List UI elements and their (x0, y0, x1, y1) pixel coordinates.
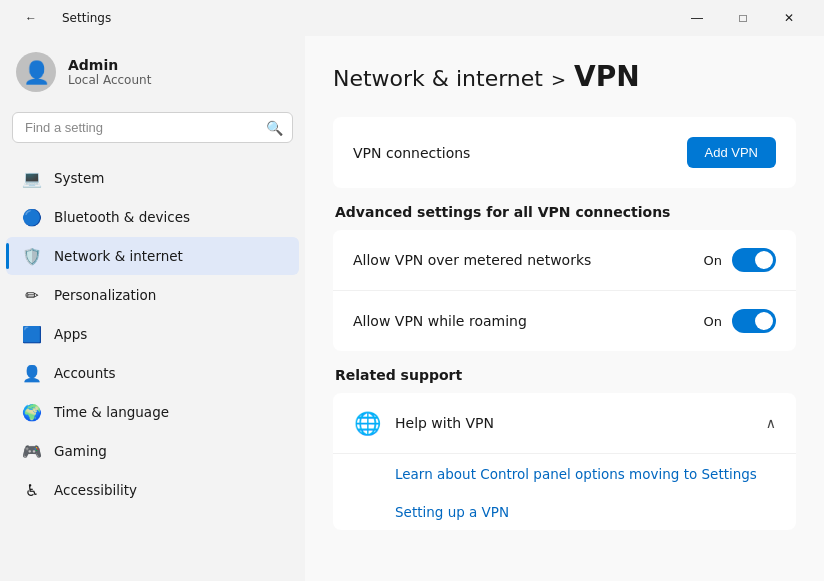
breadcrumb-chevron: > (551, 69, 566, 90)
breadcrumb-parent: Network & internet (333, 66, 543, 91)
help-row-left: 🌐 Help with VPN (353, 409, 494, 437)
vpn-connections-row: VPN connections Add VPN (333, 117, 796, 188)
sidebar-item-accessibility[interactable]: ♿ Accessibility (6, 471, 299, 509)
search-container: 🔍 (12, 112, 293, 143)
network-icon: 🛡️ (22, 246, 42, 266)
toggle-status-roaming: On (704, 314, 722, 329)
sidebar-item-accounts[interactable]: 👤 Accounts (6, 354, 299, 392)
sidebar-item-apps[interactable]: 🟦 Apps (6, 315, 299, 353)
vpn-connections-label: VPN connections (353, 145, 470, 161)
toggle-switch-roaming[interactable] (732, 309, 776, 333)
user-name: Admin (68, 57, 151, 73)
minimize-button[interactable]: — (674, 3, 720, 33)
related-support-card: 🌐 Help with VPN ∧ Learn about Control pa… (333, 393, 796, 530)
accounts-icon: 👤 (22, 363, 42, 383)
toggle-label-roaming: Allow VPN while roaming (353, 313, 527, 329)
search-input[interactable] (12, 112, 293, 143)
accessibility-icon: ♿ (22, 480, 42, 500)
sidebar-item-bluetooth[interactable]: 🔵 Bluetooth & devices (6, 198, 299, 236)
toggle-right-roaming: On (704, 309, 776, 333)
toggle-right-metered: On (704, 248, 776, 272)
toggle-row-roaming: Allow VPN while roaming On (333, 291, 796, 351)
avatar-icon: 👤 (23, 60, 50, 85)
sidebar-item-system[interactable]: 💻 System (6, 159, 299, 197)
sidebar-item-label: System (54, 170, 104, 186)
window-title: Settings (62, 11, 111, 25)
sidebar: 👤 Admin Local Account 🔍 💻 System 🔵 Bluet… (0, 36, 305, 581)
sidebar-item-label: Gaming (54, 443, 107, 459)
close-button[interactable]: ✕ (766, 3, 812, 33)
sidebar-item-personalization[interactable]: ✏️ Personalization (6, 276, 299, 314)
search-icon: 🔍 (266, 120, 283, 136)
time-icon: 🌍 (22, 402, 42, 422)
user-profile: 👤 Admin Local Account (0, 36, 305, 112)
back-button[interactable]: ← (8, 3, 54, 33)
avatar: 👤 (16, 52, 56, 92)
sidebar-item-label: Accessibility (54, 482, 137, 498)
maximize-button[interactable]: □ (720, 3, 766, 33)
sidebar-item-label: Apps (54, 326, 87, 342)
sidebar-item-label: Personalization (54, 287, 156, 303)
sidebar-item-time[interactable]: 🌍 Time & language (6, 393, 299, 431)
system-icon: 💻 (22, 168, 42, 188)
breadcrumb-current: VPN (574, 60, 640, 93)
user-info: Admin Local Account (68, 57, 151, 87)
toggle-status-metered: On (704, 253, 722, 268)
advanced-settings-heading: Advanced settings for all VPN connection… (333, 204, 796, 220)
sidebar-item-label: Network & internet (54, 248, 183, 264)
sidebar-nav: 💻 System 🔵 Bluetooth & devices 🛡️ Networ… (0, 159, 305, 509)
title-bar: ← Settings — □ ✕ (0, 0, 824, 36)
advanced-settings-card: Allow VPN over metered networks On Allow… (333, 230, 796, 351)
apps-icon: 🟦 (22, 324, 42, 344)
chevron-up-icon: ∧ (766, 415, 776, 431)
sidebar-item-network[interactable]: 🛡️ Network & internet (6, 237, 299, 275)
gaming-icon: 🎮 (22, 441, 42, 461)
add-vpn-button[interactable]: Add VPN (687, 137, 776, 168)
vpn-connections-card: VPN connections Add VPN (333, 117, 796, 188)
support-link-setup-vpn[interactable]: Setting up a VPN (333, 492, 796, 530)
globe-icon: 🌐 (353, 409, 381, 437)
help-label: Help with VPN (395, 415, 494, 431)
sidebar-item-label: Accounts (54, 365, 116, 381)
toggle-row-metered: Allow VPN over metered networks On (333, 230, 796, 291)
sidebar-item-label: Bluetooth & devices (54, 209, 190, 225)
sidebar-item-gaming[interactable]: 🎮 Gaming (6, 432, 299, 470)
related-support-heading: Related support (333, 367, 796, 383)
personalization-icon: ✏️ (22, 285, 42, 305)
page-header: Network & internet > VPN (333, 60, 796, 93)
app-body: 👤 Admin Local Account 🔍 💻 System 🔵 Bluet… (0, 36, 824, 581)
sidebar-item-label: Time & language (54, 404, 169, 420)
bluetooth-icon: 🔵 (22, 207, 42, 227)
window-controls: — □ ✕ (674, 3, 812, 33)
support-link-control-panel[interactable]: Learn about Control panel options moving… (333, 454, 796, 492)
toggle-label-metered: Allow VPN over metered networks (353, 252, 591, 268)
main-content: Network & internet > VPN VPN connections… (305, 36, 824, 581)
toggle-switch-metered[interactable] (732, 248, 776, 272)
user-account-type: Local Account (68, 73, 151, 87)
help-row[interactable]: 🌐 Help with VPN ∧ (333, 393, 796, 454)
title-bar-left: ← Settings (8, 3, 111, 33)
